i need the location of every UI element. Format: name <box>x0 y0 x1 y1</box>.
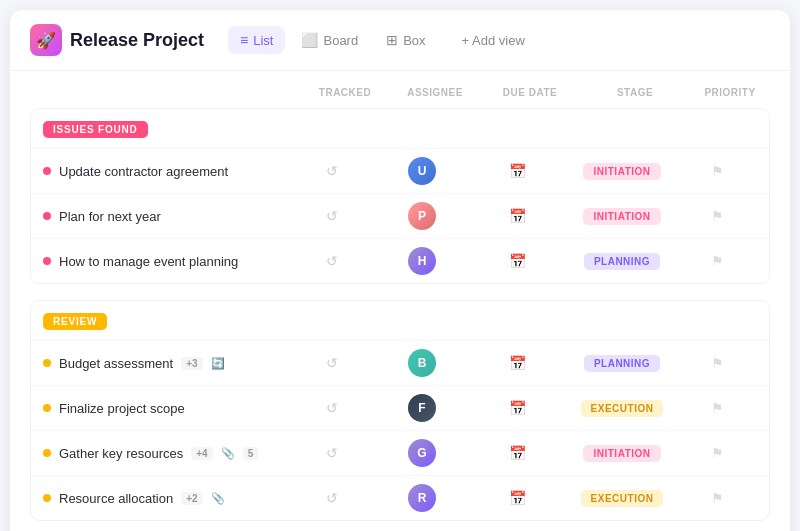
list-icon: ≡ <box>240 32 248 48</box>
flag-icon: ⚑ <box>711 445 724 461</box>
section-badge-issues: ISSUES FOUND <box>43 121 148 138</box>
calendar-icon: 📅 <box>509 355 526 371</box>
calendar-icon: 📅 <box>509 490 526 506</box>
calendar-icon: 📅 <box>509 208 526 224</box>
header: 🚀 Release Project ≡ List ⬜ Board ⊞ Box +… <box>10 10 790 71</box>
task-name: Gather key resources +4 📎 5 <box>43 446 287 461</box>
tab-list[interactable]: ≡ List <box>228 26 285 54</box>
assignee-cell: B <box>377 349 467 377</box>
task-meta-count: +2 <box>181 492 202 505</box>
assignee-cell: R <box>377 484 467 512</box>
table-row[interactable]: Plan for next year ↺ P 📅 INITIATION ⚑ <box>31 193 769 238</box>
add-view-button[interactable]: + Add view <box>450 27 537 54</box>
tracked-cell: ↺ <box>287 490 377 506</box>
col-assignee: ASSIGNEE <box>390 87 480 98</box>
clock-icon: ↺ <box>326 253 338 269</box>
assignee-cell: F <box>377 394 467 422</box>
attachment-count: 5 <box>243 447 259 460</box>
priority-cell: ⚑ <box>677 253 757 269</box>
avatar: P <box>408 202 436 230</box>
tracked-cell: ↺ <box>287 253 377 269</box>
col-due-date: DUE DATE <box>480 87 580 98</box>
due-date-cell: 📅 <box>467 400 567 416</box>
page-title: Release Project <box>70 30 204 51</box>
section-issues-found: ISSUES FOUND Update contractor agreement… <box>30 108 770 284</box>
stage-badge: INITIATION <box>583 208 660 225</box>
task-meta-count: +4 <box>191 447 212 460</box>
stage-cell: INITIATION <box>567 163 677 180</box>
section-header-review: REVIEW <box>31 301 769 340</box>
avatar: U <box>408 157 436 185</box>
tab-box[interactable]: ⊞ Box <box>374 26 437 54</box>
stage-cell: EXECUTION <box>567 490 677 507</box>
flag-icon: ⚑ <box>711 163 724 179</box>
flag-icon: ⚑ <box>711 400 724 416</box>
table-row[interactable]: Resource allocation +2 📎 ↺ R 📅 EXECUTION <box>31 475 769 520</box>
task-dot <box>43 449 51 457</box>
task-dot <box>43 167 51 175</box>
calendar-icon: 📅 <box>509 400 526 416</box>
clock-icon: ↺ <box>326 400 338 416</box>
avatar: H <box>408 247 436 275</box>
table-row[interactable]: Update contractor agreement ↺ U 📅 INITIA… <box>31 148 769 193</box>
task-dot <box>43 494 51 502</box>
task-meta-count: +3 <box>181 357 202 370</box>
due-date-cell: 📅 <box>467 355 567 371</box>
due-date-cell: 📅 <box>467 445 567 461</box>
avatar: R <box>408 484 436 512</box>
section-review: REVIEW Budget assessment +3 🔄 ↺ B 📅 <box>30 300 770 521</box>
flag-icon: ⚑ <box>711 208 724 224</box>
table-row[interactable]: Budget assessment +3 🔄 ↺ B 📅 PLANNING <box>31 340 769 385</box>
main-content: TRACKED ASSIGNEE DUE DATE STAGE PRIORITY… <box>10 71 790 531</box>
avatar: G <box>408 439 436 467</box>
tracked-cell: ↺ <box>287 163 377 179</box>
task-dot <box>43 257 51 265</box>
task-name: How to manage event planning <box>43 254 287 269</box>
priority-cell: ⚑ <box>677 355 757 371</box>
col-task <box>30 87 300 98</box>
tracked-cell: ↺ <box>287 445 377 461</box>
tab-board[interactable]: ⬜ Board <box>289 26 370 54</box>
stage-cell: PLANNING <box>567 253 677 270</box>
stage-badge: EXECUTION <box>581 400 664 417</box>
priority-cell: ⚑ <box>677 163 757 179</box>
clock-icon: ↺ <box>326 355 338 371</box>
stage-badge: INITIATION <box>583 163 660 180</box>
table-row[interactable]: How to manage event planning ↺ H 📅 PLANN… <box>31 238 769 283</box>
assignee-cell: P <box>377 202 467 230</box>
avatar: F <box>408 394 436 422</box>
due-date-cell: 📅 <box>467 208 567 224</box>
nav-tabs: ≡ List ⬜ Board ⊞ Box <box>228 26 438 54</box>
priority-cell: ⚑ <box>677 490 757 506</box>
col-stage: STAGE <box>580 87 690 98</box>
col-tracked: TRACKED <box>300 87 390 98</box>
task-dot <box>43 359 51 367</box>
clock-icon: ↺ <box>326 208 338 224</box>
clock-icon: ↺ <box>326 445 338 461</box>
table-row[interactable]: Finalize project scope ↺ F 📅 EXECUTION ⚑ <box>31 385 769 430</box>
flag-icon: ⚑ <box>711 253 724 269</box>
stage-cell: PLANNING <box>567 355 677 372</box>
assignee-cell: H <box>377 247 467 275</box>
clip-icon: 📎 <box>221 447 235 460</box>
app-container: 🚀 Release Project ≡ List ⬜ Board ⊞ Box +… <box>10 10 790 531</box>
flag-icon: ⚑ <box>711 355 724 371</box>
due-date-cell: 📅 <box>467 163 567 179</box>
stage-cell: EXECUTION <box>567 400 677 417</box>
clock-icon: ↺ <box>326 163 338 179</box>
calendar-icon: 📅 <box>509 445 526 461</box>
flag-icon: ⚑ <box>711 490 724 506</box>
task-name: Update contractor agreement <box>43 164 287 179</box>
stage-badge: PLANNING <box>584 355 660 372</box>
priority-cell: ⚑ <box>677 400 757 416</box>
calendar-icon: 📅 <box>509 163 526 179</box>
tracked-cell: ↺ <box>287 400 377 416</box>
due-date-cell: 📅 <box>467 253 567 269</box>
section-header-issues: ISSUES FOUND <box>31 109 769 148</box>
assignee-cell: U <box>377 157 467 185</box>
clock-icon: ↺ <box>326 490 338 506</box>
task-name: Budget assessment +3 🔄 <box>43 356 287 371</box>
stage-badge: EXECUTION <box>581 490 664 507</box>
task-dot <box>43 404 51 412</box>
table-row[interactable]: Gather key resources +4 📎 5 ↺ G 📅 INITIA… <box>31 430 769 475</box>
